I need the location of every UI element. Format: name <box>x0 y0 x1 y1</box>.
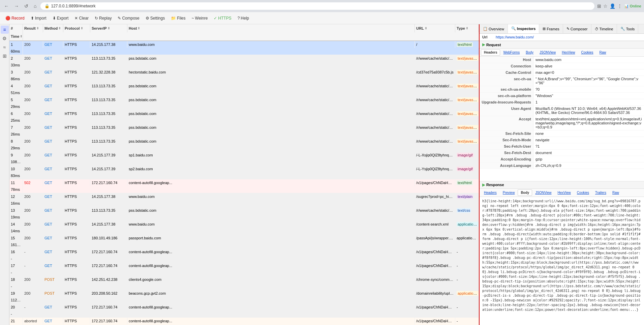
col-method[interactable]: Method ⇕ <box>43 24 63 32</box>
cell-method: GET <box>43 207 63 214</box>
response-subtab-headers[interactable]: Headers <box>481 189 500 196</box>
help-button[interactable]: ? Help <box>235 14 252 22</box>
header-value: max-age=0 <box>533 69 644 76</box>
weinre-button[interactable]: ~ Weinre <box>189 14 211 22</box>
col-type[interactable]: Type ⇕ <box>455 24 479 32</box>
header-name: Cache-Control <box>480 69 533 76</box>
cell-result: 200 <box>23 41 43 48</box>
import-button[interactable]: ⬆ Import <box>28 14 49 22</box>
header-value: 1 <box>533 99 644 105</box>
left-sidebar: ≡ ⚙ ≈ ⊞ <box>0 24 9 325</box>
frames-tab-icon: ⊞ <box>543 27 546 31</box>
col-protocol[interactable]: Protocol ⇕ <box>63 24 90 32</box>
response-subtab-body[interactable]: Body <box>518 189 532 196</box>
table-row[interactable]: 10 200 GET HTTPS 14.215.177.39 sp2.baidu… <box>9 166 479 179</box>
table-row[interactable]: 17 - GET HTTPS 172.217.160.74 content-au… <box>9 262 479 276</box>
right-tab-overview[interactable]: 📋 Overview <box>480 24 508 33</box>
cell-url: /v1/pages/ChNDaHJvbWUvOTYuMC40NjY0LjkzEI… <box>415 248 455 255</box>
cell-time: - <box>9 283 23 290</box>
table-row[interactable]: 14 200 GET HTTPS 14.215.177.38 www.baidu… <box>9 221 479 235</box>
sidebar-values-icon[interactable]: ≈ <box>1 43 9 51</box>
sidebar-network-icon[interactable]: ≡ <box>1 26 9 34</box>
address-bar[interactable]: 🔒 127.0.0.1:8899/#network <box>40 2 594 10</box>
cell-ip: 14.215.177.38 <box>90 41 127 48</box>
table-row[interactable]: 19 200 POST HTTPS 203.208.50.162 beacons… <box>9 290 479 304</box>
nav-home-button[interactable]: ⌂ <box>32 2 38 10</box>
profile-icon[interactable]: 👤 <box>610 3 615 9</box>
replay-button[interactable]: ↻ Replay <box>92 14 114 22</box>
files-button[interactable]: 📁 Files <box>168 14 188 22</box>
header-row: Accept-Languagezh-CN,zh;q=0.9 <box>480 162 644 169</box>
https-button[interactable]: ✓ HTTPS <box>211 14 234 22</box>
table-row[interactable]: 18 200 POST HTTPS 142.251.42.238 clients… <box>9 276 479 290</box>
sidebar-rules-icon[interactable]: ⚙ <box>1 34 9 42</box>
right-tab-timeline[interactable]: ⏱ Timeline <box>591 24 617 33</box>
response-subtab-preview[interactable]: Preview <box>500 189 518 196</box>
weinre-label: Weinre <box>195 16 208 21</box>
right-tab-inspectors[interactable]: 🔍 Inspectors <box>508 24 540 33</box>
request-subtab-body[interactable]: Body <box>523 49 536 56</box>
response-subtab-raw[interactable]: Raw <box>609 189 622 196</box>
right-tab-frames[interactable]: ⊞ Frames <box>539 24 563 33</box>
header-row: Sec-Fetch-Sitenone <box>480 130 644 137</box>
cell-method: GET <box>43 166 63 172</box>
cell-method: POST <box>43 276 63 283</box>
col-time[interactable]: Time ⇕ <box>9 32 23 40</box>
table-row[interactable]: 20 - GET HTTPS 172.217.160.74 content-au… <box>9 304 479 318</box>
request-subtab-headers[interactable]: Headers <box>481 49 500 56</box>
cell-host: pss.bdstatic.com <box>127 96 415 103</box>
table-row[interactable]: 15 200 GET HTTPS 180.101.49.186 passport… <box>9 235 479 248</box>
col-host[interactable]: Host ⇕ <box>127 24 415 32</box>
nav-back-button[interactable]: ← <box>3 2 10 10</box>
files-icon: 📁 <box>171 16 176 21</box>
nav-forward-button[interactable]: → <box>13 2 20 10</box>
table-row[interactable]: 16 - GET HTTPS 172.217.160.74 content-au… <box>9 248 479 262</box>
extensions-icon[interactable]: ⊞ <box>597 3 601 9</box>
table-row[interactable]: 13 200 GET HTTPS 113.113.73.35 pss.bdsta… <box>9 207 479 221</box>
col-result[interactable]: Result ⇕ <box>23 24 43 32</box>
response-subtab-hexview[interactable]: HexView <box>555 189 574 196</box>
nav-refresh-button[interactable]: ↺ <box>23 2 30 10</box>
cell-ip: 113.113.73.35 <box>90 55 127 62</box>
col-url[interactable]: URL ⇕ <box>415 24 455 32</box>
menu-icon[interactable]: ⋮ <box>617 3 622 9</box>
response-subtab-cookies[interactable]: Cookies <box>574 189 592 196</box>
response-subtab-jsonview[interactable]: JSONView <box>532 189 554 196</box>
col-serverip[interactable]: ServerIP ⇕ <box>90 24 127 32</box>
compose-button[interactable]: ✎ Compose <box>115 14 142 22</box>
request-subtab-hexview[interactable]: HexView <box>559 49 578 56</box>
col-num[interactable]: # <box>9 24 23 32</box>
export-button[interactable]: ⬇ Export <box>50 14 71 22</box>
table-row[interactable]: 6 200 GET HTTPS 113.113.73.35 pss.bdstat… <box>9 110 479 124</box>
table-row[interactable]: 9 200 GET HTTPS 14.215.177.39 sp1.baidu.… <box>9 152 479 166</box>
table-row[interactable]: 5 200 GET HTTPS 113.113.73.35 pss.bdstat… <box>9 96 479 110</box>
cell-ip: 172.217.160.74 <box>90 248 127 255</box>
table-row[interactable]: 2 200 GET HTTPS 113.113.73.35 pss.bdstat… <box>9 55 479 69</box>
cell-protocol: HTTPS <box>63 304 90 311</box>
table-row[interactable]: 4 200 GET HTTPS 113.113.73.35 pss.bdstat… <box>9 83 479 96</box>
request-subtab-cookies[interactable]: Cookies <box>578 49 596 56</box>
request-subtab-webforms[interactable]: WebForms <box>500 49 523 56</box>
clear-button[interactable]: ✕ Clear <box>72 14 91 22</box>
table-row[interactable]: 12 200 GET HTTPS 14.215.177.38 www.baidu… <box>9 193 479 207</box>
table-row[interactable]: 7 200 GET HTTPS 113.113.73.35 pss.bdstat… <box>9 124 479 138</box>
header-value: gzip <box>533 156 644 162</box>
table-row[interactable]: 3 200 GET HTTPS 121.32.228.38 hectorstat… <box>9 69 479 83</box>
right-tab-composer[interactable]: ✎ Composer <box>563 24 591 33</box>
request-subtab-jsonview[interactable]: JSONView <box>536 49 559 56</box>
right-tab-tools[interactable]: 🔧 Tools <box>617 24 639 33</box>
table-row[interactable]: 8 200 GET HTTPS 113.113.73.35 pss.bdstat… <box>9 138 479 152</box>
table-row[interactable]: 11 502 GET HTTPS 172.217.160.74 content-… <box>9 179 479 193</box>
record-button[interactable]: 🔴 Record <box>3 14 27 22</box>
settings-button[interactable]: ⚙ Settings <box>143 14 167 22</box>
response-body: h3{line-height:14px;background:url(//www… <box>480 197 644 325</box>
cell-result: 200 <box>23 55 43 62</box>
cell-protocol: HTTPS <box>63 262 90 269</box>
sidebar-plugins-icon[interactable]: ⊞ <box>1 52 9 60</box>
table-row[interactable]: 1 200 GET HTTPS 14.215.177.38 www.baidu.… <box>9 41 479 55</box>
cell-num: 20 <box>9 304 23 311</box>
table-row[interactable]: 21 aborted GET HTTPS 172.217.160.74 cont… <box>9 318 479 325</box>
bookmark-icon[interactable]: ☆ <box>603 3 608 9</box>
request-subtab-raw[interactable]: Raw <box>596 49 609 56</box>
response-subtab-trailers[interactable]: Trailers <box>592 189 609 196</box>
